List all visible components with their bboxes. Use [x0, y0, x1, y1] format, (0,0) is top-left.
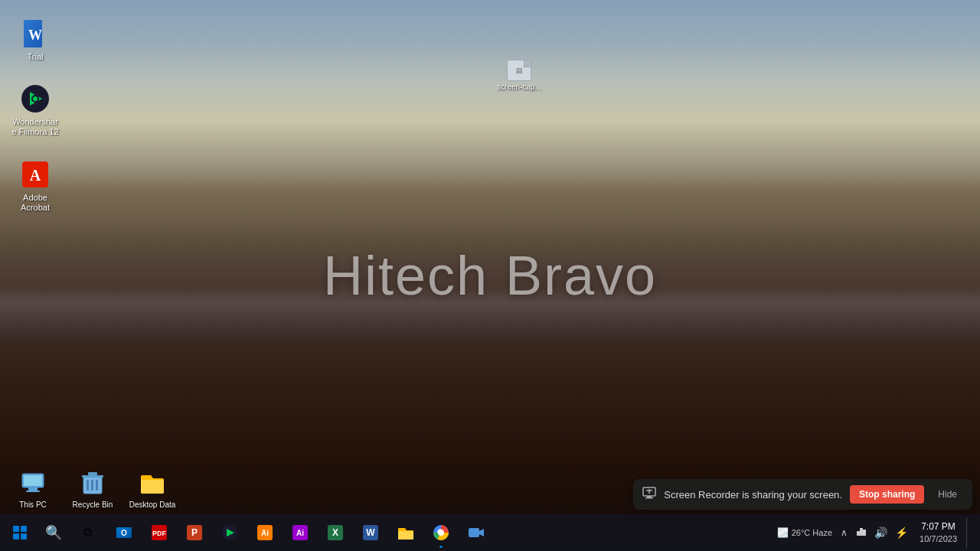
svg-text:Ai: Ai	[296, 529, 304, 537]
svg-text:Ai: Ai	[261, 529, 269, 537]
battery-tray-icon[interactable]: ⚡	[893, 525, 910, 540]
screen-sharing-icon	[642, 486, 656, 503]
desktop-icon-this-pc[interactable]: This PC	[6, 465, 60, 513]
svg-rect-37	[469, 528, 479, 537]
taskbar-icon-chrome[interactable]	[424, 516, 458, 549]
clock-area[interactable]: 7:07 PM 10/7/2023	[913, 520, 963, 546]
svg-rect-15	[96, 480, 98, 491]
weather-text: 26°C Haze	[792, 528, 832, 537]
svg-rect-9	[24, 475, 42, 486]
desktop-data-label: Desktop Data	[129, 500, 176, 510]
svg-rect-42	[647, 496, 652, 497]
pdf-icon: PDF	[151, 524, 168, 541]
hide-sharing-bar-button[interactable]: Hide	[932, 485, 963, 504]
svg-text:A: A	[30, 167, 41, 184]
ai-icon: Ai	[292, 524, 309, 541]
speaker-icon: 🔊	[874, 527, 887, 539]
svg-text:W: W	[28, 28, 42, 43]
svg-rect-39	[857, 531, 860, 536]
desktop: Hitech Bravo ▤ screen-cap...	[0, 0, 980, 551]
file-icon-label: screen-cap...	[497, 83, 541, 91]
recycle-bin-label: Recycle Bin	[73, 500, 113, 510]
taskbar-icon-illustrator[interactable]: Ai	[248, 516, 282, 549]
taskbar: 🔍 ⧉ O	[0, 514, 980, 551]
desktop-data-icon	[137, 468, 168, 499]
svg-point-36	[438, 530, 444, 536]
taskbar-search-button[interactable]: 🔍	[37, 516, 70, 549]
svg-text:PDF: PDF	[152, 530, 167, 537]
taskbar-icon-excel[interactable]: X	[318, 516, 352, 549]
start-button[interactable]	[3, 516, 37, 549]
trial-label: Trial	[28, 52, 44, 62]
illustrator-icon: Ai	[256, 524, 273, 541]
excel-icon: X	[327, 524, 344, 541]
desktop-icon-recycle-bin[interactable]: Recycle Bin	[66, 465, 119, 513]
svg-rect-40	[863, 530, 866, 536]
svg-rect-10	[28, 487, 38, 491]
svg-rect-14	[91, 480, 93, 491]
windows-logo	[13, 526, 27, 540]
filmora-icon	[20, 83, 51, 114]
acrobat-label: Adobe Acrobat	[11, 193, 60, 213]
file-explorer-icon	[397, 524, 414, 541]
screen-sharing-notification: Screen Recorder is sharing your screen. …	[633, 479, 972, 510]
taskbar-icon-powerpoint[interactable]: P	[178, 516, 211, 549]
word-icon: W	[362, 524, 379, 541]
recorder-icon	[468, 524, 485, 541]
taskbar-icon-file-explorer[interactable]	[389, 516, 423, 549]
show-desktop-button[interactable]	[966, 517, 971, 548]
desktop-icon-acrobat[interactable]: A Adobe Acrobat	[8, 156, 63, 216]
svg-rect-13	[87, 480, 89, 491]
desktop-icons-left: W Trial Wondershare Filmora 12	[8, 15, 63, 216]
stop-sharing-button[interactable]: Stop sharing	[850, 485, 924, 504]
bottom-desktop-icons: This PC Recycle Bin	[6, 465, 179, 513]
filmora-taskbar-icon	[221, 524, 238, 541]
taskbar-icon-word[interactable]: W	[354, 516, 387, 549]
svg-text:W: W	[366, 527, 375, 538]
svg-text:P: P	[191, 527, 198, 538]
taskbar-icon-pdf[interactable]: PDF	[142, 516, 176, 549]
filmora-label: Wondershare Filmora 12	[11, 117, 60, 137]
desktop-icon-filmora[interactable]: Wondershare Filmora 12	[8, 80, 63, 140]
taskbar-pinned-apps: O PDF P	[104, 516, 769, 549]
svg-rect-16	[82, 475, 103, 478]
task-view-icon: ⧉	[83, 526, 92, 540]
clock-time: 7:07 PM	[921, 521, 956, 533]
trial-icon: W	[20, 18, 51, 49]
clock-date: 10/7/2023	[920, 533, 957, 544]
powerpoint-icon: P	[186, 524, 203, 541]
search-icon: 🔍	[45, 524, 62, 541]
network-tray-icon[interactable]	[854, 525, 869, 541]
svg-text:O: O	[121, 529, 127, 537]
battery-icon: ⚡	[895, 527, 908, 539]
this-pc-label: This PC	[19, 500, 47, 510]
desktop-icon-trial[interactable]: W Trial	[8, 15, 63, 65]
recycle-bin-icon	[77, 468, 108, 499]
screen-sharing-message: Screen Recorder is sharing your screen.	[664, 489, 842, 500]
outlook-icon: O	[116, 524, 132, 541]
weather-tray-item[interactable]: 🌫️ 26°C Haze	[775, 526, 835, 540]
file-icon-image: ▤	[507, 60, 531, 81]
taskbar-icon-recorder[interactable]	[459, 516, 493, 549]
screen-capture-file-icon[interactable]: ▤ screen-cap...	[488, 60, 550, 91]
taskbar-icon-filmora[interactable]	[213, 516, 247, 549]
svg-rect-38	[860, 528, 863, 536]
this-pc-icon	[18, 468, 48, 499]
acrobat-icon: A	[20, 159, 51, 190]
weather-icon: 🌫️	[777, 527, 789, 538]
taskbar-icon-outlook[interactable]: O	[107, 516, 141, 549]
svg-point-5	[33, 96, 38, 101]
svg-text:X: X	[332, 527, 338, 538]
chrome-icon	[433, 524, 449, 541]
svg-rect-11	[26, 491, 40, 492]
taskbar-icon-ai[interactable]: Ai	[283, 516, 317, 549]
system-tray: 🌫️ 26°C Haze ∧ 🔊 ⚡	[769, 517, 977, 548]
svg-rect-17	[88, 472, 97, 475]
sound-tray-icon[interactable]: 🔊	[872, 525, 890, 540]
taskbar-task-view-button[interactable]: ⧉	[70, 516, 104, 549]
show-hidden-icons-button[interactable]: ∧	[838, 526, 851, 540]
desktop-icon-desktop-data[interactable]: Desktop Data	[126, 465, 179, 513]
svg-rect-43	[645, 497, 653, 499]
